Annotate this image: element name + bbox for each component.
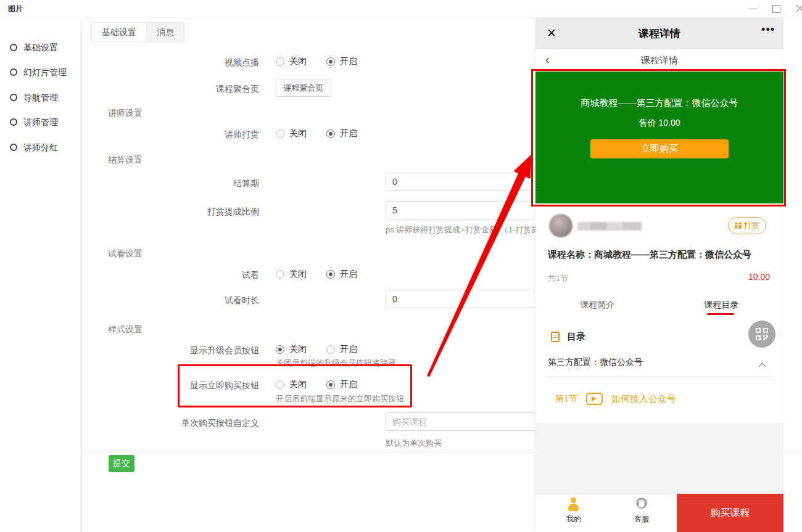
sidebar-item-basic-settings[interactable]: 基础设置 — [0, 41, 82, 55]
radio-trial-on[interactable]: 开启 — [326, 269, 357, 280]
gift-icon — [735, 223, 742, 229]
radio-icon — [326, 345, 335, 354]
radio-reward-off[interactable]: 关闭 — [276, 128, 307, 139]
field-label: 单次购买按钮自定义 — [83, 418, 259, 429]
tab-course-catalog[interactable]: 课程目录 — [659, 300, 783, 311]
radio-label: 关闭 — [289, 379, 307, 390]
field-label: 视频点播 — [83, 57, 259, 68]
course-name: 课程名称：商城教程——第三方配置：微信公众号 — [548, 249, 776, 261]
teacher-row: 打赏 — [535, 210, 783, 243]
field-label: 结算期 — [83, 178, 259, 189]
sidebar-item-label: 导航管理 — [23, 92, 58, 104]
radio-label: 关闭 — [289, 56, 307, 67]
radio-label: 开启 — [340, 269, 357, 280]
radio-vod-off[interactable]: 关闭 — [276, 56, 307, 67]
minimize-button-icon[interactable] — [745, 0, 763, 17]
radio-icon — [276, 129, 284, 138]
tab-basic-settings[interactable]: 基础设置 — [92, 23, 146, 41]
app-window: 图片 基础设置 幻灯片管理 导航管理 讲师管理 讲师分红 基础设置 — [0, 0, 802, 532]
lesson-count: 共1节 — [548, 273, 568, 284]
radio-label: 关闭 — [289, 269, 307, 280]
blurred-teacher-name — [577, 222, 642, 231]
radio-label: 开启 — [340, 128, 357, 139]
field-help: 开启后前端显示原来的立即购买按钮 — [276, 393, 404, 404]
field-label: 试看时长 — [83, 295, 259, 306]
sidebar-item-teachers[interactable]: 讲师管理 — [0, 116, 82, 129]
course-price: 10.00 — [748, 272, 770, 282]
reward-label: 打赏 — [744, 220, 760, 231]
banner-price: 售价 10.00 — [535, 118, 783, 129]
field-label: 打赏提成比例 — [83, 207, 259, 218]
catalog-title: 目录 — [567, 331, 585, 343]
field-label: 显示立即购买按钮 — [83, 380, 259, 391]
aggregate-page-button[interactable]: 课程聚合页 — [276, 80, 331, 97]
sidebar-item-navigation[interactable]: 导航管理 — [0, 91, 82, 105]
radio-label: 开启 — [340, 379, 357, 390]
bottom-tabbar: 我的 客服 购买课程 — [535, 493, 783, 532]
tab-bar: 基础设置 消息 — [91, 22, 184, 42]
document-icon — [551, 332, 560, 342]
radio-icon — [276, 270, 284, 279]
close-button-icon[interactable] — [791, 0, 802, 17]
chapter-title: 第三方配置：微信公众号 — [548, 357, 643, 367]
tab-messages[interactable]: 消息 — [146, 23, 184, 41]
reward-button[interactable]: 打赏 — [728, 217, 766, 234]
catalog-header: 目录 — [551, 330, 585, 343]
qr-code-button[interactable] — [748, 321, 775, 348]
video-icon — [586, 393, 603, 405]
field-label: 显示升级会员按钮 — [83, 345, 259, 356]
sidebar-item-label: 讲师管理 — [23, 117, 58, 128]
sidebar: 基础设置 幻灯片管理 导航管理 讲师管理 讲师分红 — [0, 17, 82, 532]
radio-label: 关闭 — [289, 128, 307, 139]
radio-buynow-off[interactable]: 关闭 — [276, 379, 307, 390]
field-help: 关闭后前端的升级会员按钮将隐藏 — [276, 358, 396, 369]
more-menu-icon[interactable]: ••• — [761, 23, 775, 36]
circle-icon — [10, 68, 17, 76]
tabbar-mine[interactable]: 我的 — [549, 494, 598, 529]
tabbar-service[interactable]: 客服 — [617, 494, 666, 529]
radio-reward-on[interactable]: 开启 — [326, 128, 357, 139]
sidebar-item-slides[interactable]: 幻灯片管理 — [0, 66, 82, 80]
radio-vod-on[interactable]: 开启 — [326, 56, 357, 67]
person-icon — [568, 497, 579, 512]
content-spacer — [535, 423, 783, 493]
sidebar-item-label: 幻灯片管理 — [23, 67, 67, 78]
radio-icon — [326, 270, 335, 279]
circle-icon — [10, 44, 17, 51]
chapter-row[interactable]: 第三方配置：微信公众号 — [548, 356, 771, 369]
headset-icon — [635, 497, 648, 513]
section-settlement-settings: 结算设置 — [108, 155, 143, 166]
tabbar-label: 我的 — [549, 514, 598, 525]
maximize-button-icon[interactable] — [767, 0, 785, 17]
radio-trial-off[interactable]: 关闭 — [276, 269, 307, 280]
section-trial-settings: 试看设置 — [108, 248, 143, 260]
radio-icon — [326, 57, 335, 66]
tab-course-intro[interactable]: 课程简介 — [535, 300, 659, 311]
submit-button[interactable]: 提交 — [109, 455, 134, 472]
purchase-course-button[interactable]: 购买课程 — [677, 494, 783, 532]
circle-icon — [10, 118, 17, 126]
radio-label: 开启 — [340, 56, 357, 67]
section-teacher-settings: 讲师设置 — [108, 108, 143, 119]
radio-upgrade-on[interactable]: 开启 — [326, 344, 357, 355]
lesson-row[interactable]: 第1节 如何接入公众号 — [555, 392, 676, 406]
radio-icon — [276, 345, 284, 354]
buy-now-button[interactable]: 立即购买 — [590, 139, 729, 158]
banner-course-title: 商城教程——第三方配置：微信公众号 — [535, 97, 783, 109]
field-label: 课程聚合页 — [83, 84, 259, 95]
tabbar-label: 客服 — [617, 514, 666, 525]
circle-icon — [10, 144, 17, 151]
radio-icon — [326, 380, 335, 389]
course-tabs: 课程简介 课程目录 — [535, 295, 783, 317]
sidebar-item-teacher-dividend[interactable]: 讲师分红 — [0, 141, 82, 155]
radio-icon — [326, 129, 335, 138]
course-banner: 商城教程——第三方配置：微信公众号 售价 10.00 立即购买 — [535, 72, 783, 203]
qr-code-icon — [756, 328, 768, 340]
field-help: 默认为单次购买 — [386, 438, 442, 449]
lesson-title: 如何接入公众号 — [611, 393, 676, 405]
section-style-settings: 样式设置 — [108, 324, 143, 335]
radio-upgrade-off[interactable]: 关闭 — [276, 344, 307, 355]
radio-buynow-on[interactable]: 开启 — [326, 379, 357, 390]
avatar — [549, 214, 573, 237]
radio-label: 开启 — [340, 344, 357, 355]
